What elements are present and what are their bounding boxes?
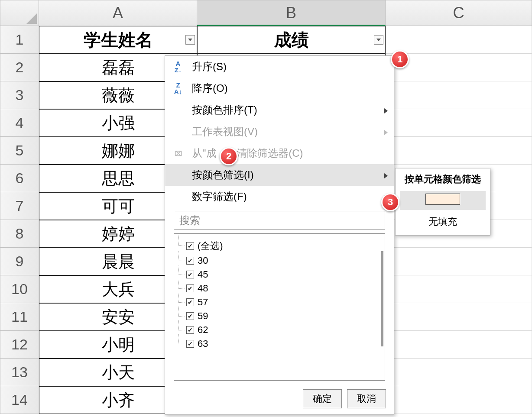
header-cell-score[interactable]: 成绩 xyxy=(197,26,386,54)
row-header[interactable]: 10 xyxy=(0,275,39,303)
row-header[interactable]: 2 xyxy=(0,54,39,81)
row-header[interactable]: 12 xyxy=(0,331,39,359)
row-header[interactable]: 6 xyxy=(0,165,39,192)
checkbox-icon xyxy=(186,298,194,306)
row-header[interactable]: 1 xyxy=(0,26,39,54)
filter-dropdown-menu: AZ↓ 升序(S) ZA↓ 降序(O) 按颜色排序(T) 工作表视图(V) ⌧ … xyxy=(165,55,394,415)
row-header[interactable]: 13 xyxy=(0,359,39,386)
filter-by-color-label: 按颜色筛选(I) xyxy=(192,168,254,182)
checkbox-icon xyxy=(186,271,194,278)
cell[interactable] xyxy=(386,109,532,137)
cell[interactable] xyxy=(386,359,532,386)
cell[interactable] xyxy=(386,386,532,414)
cell[interactable] xyxy=(386,248,532,275)
color-swatch-option[interactable] xyxy=(400,191,486,210)
sheet-view-label: 工作表视图(V) xyxy=(192,125,258,139)
column-header-A[interactable]: A xyxy=(39,0,197,26)
row-header[interactable]: 11 xyxy=(0,303,39,331)
sort-desc-label: 降序(O) xyxy=(192,81,228,95)
sort-desc-icon: ZA↓ xyxy=(172,82,184,95)
sort-descending[interactable]: ZA↓ 降序(O) xyxy=(165,78,394,99)
cell[interactable] xyxy=(386,81,532,109)
filter-value-list[interactable]: (全选)30454857596263 xyxy=(174,233,385,381)
checkbox-icon xyxy=(186,340,194,348)
color-swatch xyxy=(425,194,460,205)
checkbox-icon xyxy=(186,312,194,320)
checkbox-icon xyxy=(186,326,194,334)
select-all-corner[interactable] xyxy=(0,0,39,26)
row-header[interactable]: 3 xyxy=(0,81,39,109)
clear-filter: ⌧ 从"成 清除筛选器(C) xyxy=(165,142,394,164)
filter-button[interactable] xyxy=(374,35,383,45)
number-filter-label: 数字筛选(F) xyxy=(192,190,247,204)
sort-by-color-label: 按颜色排序(T) xyxy=(192,103,257,117)
filter-value-item[interactable]: (全选) xyxy=(186,238,379,254)
filter-value-item[interactable]: 48 xyxy=(186,281,379,295)
filter-value-item[interactable]: 63 xyxy=(186,337,379,351)
filter-value-item[interactable]: 57 xyxy=(186,295,379,309)
column-header-row: A B C xyxy=(0,0,532,26)
cancel-button[interactable]: 取消 xyxy=(347,389,386,408)
cell[interactable] xyxy=(386,26,532,54)
filter-value-item[interactable]: 45 xyxy=(186,268,379,281)
chevron-right-icon xyxy=(384,169,388,181)
filter-value-item[interactable]: 30 xyxy=(186,254,379,268)
step-badge-2: 2 xyxy=(220,147,238,165)
cell[interactable] xyxy=(386,275,532,303)
filter-button[interactable] xyxy=(185,35,195,45)
sort-asc-label: 升序(S) xyxy=(192,60,227,74)
checkbox-icon xyxy=(186,257,194,265)
filter-by-color[interactable]: 按颜色筛选(I) xyxy=(165,164,394,186)
checkbox-icon xyxy=(186,242,194,250)
row-header[interactable]: 7 xyxy=(0,192,39,220)
sort-by-color[interactable]: 按颜色排序(T) xyxy=(165,99,394,121)
sheet-view: 工作表视图(V) xyxy=(165,121,394,142)
cell[interactable] xyxy=(386,137,532,165)
checkbox-icon xyxy=(186,284,194,292)
cell[interactable] xyxy=(386,303,532,331)
filter-value-item[interactable]: 62 xyxy=(186,323,379,337)
cell[interactable] xyxy=(386,331,532,359)
filter-value-item[interactable]: 59 xyxy=(186,309,379,323)
row-header[interactable]: 5 xyxy=(0,137,39,165)
filter-search-input[interactable]: 搜索 xyxy=(174,211,385,230)
row-header[interactable]: 9 xyxy=(0,248,39,275)
row-header[interactable]: 4 xyxy=(0,109,39,137)
column-header-C[interactable]: C xyxy=(386,0,532,26)
sort-ascending[interactable]: AZ↓ 升序(S) xyxy=(165,56,394,78)
color-filter-submenu: 按单元格颜色筛选 无填充 xyxy=(395,168,490,236)
row-header[interactable]: 14 xyxy=(0,386,39,414)
row-header[interactable]: 8 xyxy=(0,220,39,248)
column-header-B[interactable]: B xyxy=(197,0,386,26)
step-badge-3: 3 xyxy=(381,193,399,211)
chevron-right-icon xyxy=(384,126,388,138)
sort-asc-icon: AZ↓ xyxy=(172,60,184,73)
header-cell-name[interactable]: 学生姓名 xyxy=(39,26,197,54)
clear-filter-icon: ⌧ xyxy=(172,150,184,157)
no-fill-option[interactable]: 无填充 xyxy=(400,213,486,231)
chevron-right-icon xyxy=(384,104,388,116)
submenu-title: 按单元格颜色筛选 xyxy=(400,173,486,188)
ok-button[interactable]: 确定 xyxy=(303,389,342,408)
scrollbar[interactable] xyxy=(381,251,383,346)
step-badge-1: 1 xyxy=(391,50,409,68)
number-filter[interactable]: 数字筛选(F) xyxy=(165,186,394,207)
